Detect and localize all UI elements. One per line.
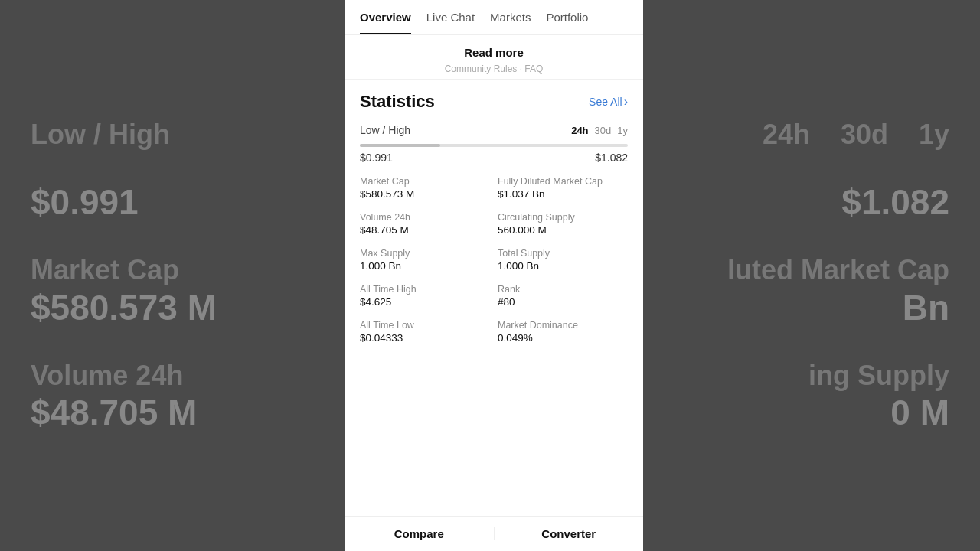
stat-rank: Rank #80 — [498, 284, 628, 308]
range-bar — [360, 144, 628, 147]
stat-circ-supply-value: 560.000 M — [498, 224, 628, 236]
chevron-right-icon — [624, 95, 628, 109]
time-filter-30d[interactable]: 30d — [595, 125, 612, 136]
tab-markets[interactable]: Markets — [490, 11, 531, 34]
bg-fdmc-value: Bn — [674, 287, 949, 328]
bottom-bar: Compare Converter — [345, 516, 643, 551]
low-high-label: Low / High — [360, 124, 410, 136]
bg-market-cap-label: Market Cap — [31, 253, 314, 286]
statistics-section: Statistics See All Low / High 24h 30d 1y… — [345, 80, 643, 516]
range-fill — [360, 144, 440, 147]
stat-circ-supply-label: Circulating Supply — [498, 212, 628, 223]
stat-max-supply: Max Supply 1.000 Bn — [360, 248, 490, 272]
stat-volume: Volume 24h $48.705 M — [360, 212, 490, 236]
stat-volume-value: $48.705 M — [360, 224, 490, 236]
bg-time-filters: 24h 30d 1y — [674, 118, 949, 151]
read-more-section: Read more Community Rules · FAQ — [345, 35, 643, 80]
stat-ath-label: All Time High — [360, 284, 490, 295]
low-value: $0.991 — [360, 152, 393, 164]
stat-fdmc-value: $1.037 Bn — [498, 188, 628, 200]
bg-fdmc-label: luted Market Cap — [674, 253, 949, 286]
stat-fdmc-label: Fully Diluted Market Cap — [498, 176, 628, 187]
bg-supply-label: ing Supply — [674, 359, 949, 392]
read-more-button[interactable]: Read more — [360, 46, 628, 59]
background-left: Low / High $0.991 Market Cap $580.573 M … — [0, 0, 345, 551]
tab-overview[interactable]: Overview — [360, 11, 411, 34]
range-values: $0.991 $1.082 — [360, 152, 628, 164]
statistics-header: Statistics See All — [360, 92, 628, 112]
see-all-button[interactable]: See All — [589, 95, 628, 109]
time-filter-24h[interactable]: 24h — [571, 125, 588, 136]
tab-portfolio[interactable]: Portfolio — [546, 11, 588, 34]
stat-ath-value: $4.625 — [360, 296, 490, 308]
stat-market-cap-label: Market Cap — [360, 176, 490, 187]
high-value: $1.082 — [595, 152, 628, 164]
stat-atl: All Time Low $0.04333 — [360, 320, 490, 344]
bg-supply-value: 0 M — [674, 392, 949, 433]
bg-low-value: $0.991 — [31, 181, 314, 223]
stat-max-supply-label: Max Supply — [360, 248, 490, 259]
converter-button[interactable]: Converter — [495, 527, 644, 540]
stats-grid: Market Cap $580.573 M Fully Diluted Mark… — [360, 176, 628, 344]
stat-atl-value: $0.04333 — [360, 332, 490, 344]
stat-market-cap: Market Cap $580.573 M — [360, 176, 490, 200]
range-container: $0.991 $1.082 — [360, 144, 628, 164]
stat-circ-supply: Circulating Supply 560.000 M — [498, 212, 628, 236]
time-filter-1y[interactable]: 1y — [617, 125, 628, 136]
see-all-label: See All — [589, 96, 622, 108]
low-high-row: Low / High 24h 30d 1y — [360, 124, 628, 136]
stat-rank-value: #80 — [498, 296, 628, 308]
stat-total-supply: Total Supply 1.000 Bn — [498, 248, 628, 272]
stat-dominance: Market Dominance 0.049% — [498, 320, 628, 344]
stat-fdmc: Fully Diluted Market Cap $1.037 Bn — [498, 176, 628, 200]
stat-volume-label: Volume 24h — [360, 212, 490, 223]
bg-low-high-label: Low / High — [31, 118, 314, 151]
bg-market-cap-value: $580.573 M — [31, 287, 314, 328]
stat-total-supply-label: Total Supply — [498, 248, 628, 259]
main-modal: Overview Live Chat Markets Portfolio Rea… — [345, 0, 643, 551]
stat-ath: All Time High $4.625 — [360, 284, 490, 308]
bg-volume-label: Volume 24h — [31, 359, 314, 392]
stat-dominance-label: Market Dominance — [498, 320, 628, 331]
nav-tabs: Overview Live Chat Markets Portfolio — [345, 0, 643, 35]
time-filters: 24h 30d 1y — [571, 125, 628, 136]
stat-total-supply-value: 1.000 Bn — [498, 260, 628, 272]
stat-market-cap-value: $580.573 M — [360, 188, 490, 200]
stat-dominance-value: 0.049% — [498, 332, 628, 344]
bg-high-value: $1.082 — [674, 181, 949, 223]
statistics-title: Statistics — [360, 92, 435, 112]
community-links: Community Rules · FAQ — [360, 64, 628, 74]
compare-button[interactable]: Compare — [345, 527, 495, 540]
stat-max-supply-value: 1.000 Bn — [360, 260, 490, 272]
stat-atl-label: All Time Low — [360, 320, 490, 331]
background-right: 24h 30d 1y $1.082 luted Market Cap Bn in… — [643, 0, 980, 551]
bg-volume-value: $48.705 M — [31, 392, 314, 433]
stat-rank-label: Rank — [498, 284, 628, 295]
tab-live-chat[interactable]: Live Chat — [426, 11, 475, 34]
